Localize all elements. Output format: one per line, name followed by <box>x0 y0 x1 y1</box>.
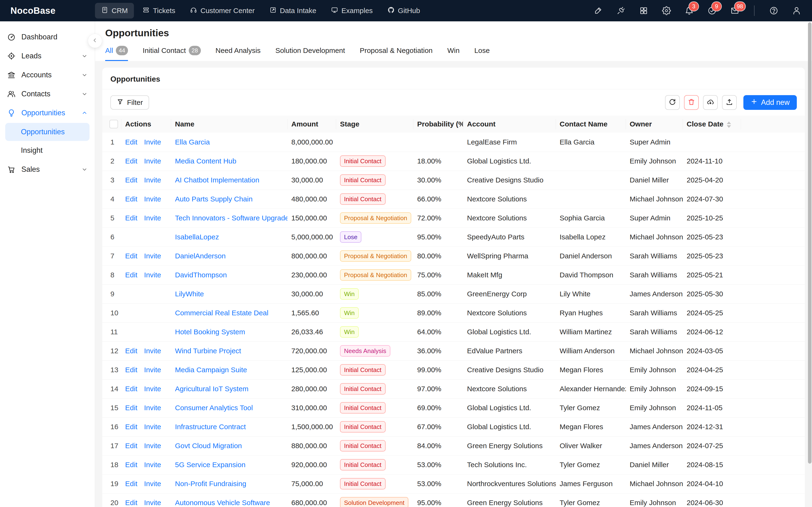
nav-item-github[interactable]: GitHub <box>381 3 426 18</box>
edit-link[interactable]: Edit <box>125 461 138 468</box>
plug-icon-button[interactable] <box>616 6 626 16</box>
pen-icon-button[interactable] <box>593 6 603 16</box>
invite-link[interactable]: Invite <box>144 442 161 450</box>
tab-lose[interactable]: Lose <box>474 46 490 61</box>
scrollbar-thumb[interactable] <box>808 22 812 464</box>
sort-icons[interactable] <box>727 121 731 128</box>
page-header: Opportunities All44Initial Contact28Need… <box>95 21 812 61</box>
help-icon-button[interactable] <box>769 6 779 16</box>
nav-item-tickets[interactable]: Tickets <box>136 3 182 18</box>
edit-link[interactable]: Edit <box>125 195 138 203</box>
sidebar-subitem-insight[interactable]: Insight <box>5 142 90 159</box>
sidebar-item-dashboard[interactable]: Dashboard <box>0 27 95 47</box>
invite-link[interactable]: Invite <box>144 195 161 203</box>
opportunity-link[interactable]: Wind Turbine Project <box>175 347 241 355</box>
opportunity-link[interactable]: Commercial Real Estate Deal <box>175 309 268 317</box>
opportunity-link[interactable]: Ella Garcia <box>175 138 210 146</box>
tab-all[interactable]: All44 <box>105 46 128 61</box>
sidebar-subitem-opportunities[interactable]: Opportunities <box>5 123 90 141</box>
opportunity-link[interactable]: Tech Innovators - Software Upgrade <box>175 214 288 222</box>
invite-link[interactable]: Invite <box>144 499 161 507</box>
invite-link[interactable]: Invite <box>144 423 161 431</box>
header-close-date[interactable]: Close Date <box>683 116 741 133</box>
opportunity-link[interactable]: AI Chatbot Implementation <box>175 176 259 184</box>
edit-link[interactable]: Edit <box>125 404 138 412</box>
import-button[interactable] <box>703 95 718 110</box>
opportunity-link[interactable]: 5G Service Expansion <box>175 461 246 468</box>
edit-link[interactable]: Edit <box>125 442 138 450</box>
opportunity-link[interactable]: Media Campaign Suite <box>175 366 247 374</box>
opportunity-link[interactable]: DavidThompson <box>175 271 227 279</box>
opportunity-link[interactable]: Autonomous Vehicle Software <box>175 499 270 507</box>
edit-link[interactable]: Edit <box>125 138 138 146</box>
sidebar-collapse-button[interactable] <box>88 34 102 48</box>
sidebar-item-leads[interactable]: Leads <box>0 47 95 65</box>
invite-link[interactable]: Invite <box>144 480 161 488</box>
opportunity-link[interactable]: LilyWhite <box>175 290 204 298</box>
export-button[interactable] <box>722 95 737 110</box>
invite-link[interactable]: Invite <box>144 461 161 468</box>
sidebar-item-opportunities[interactable]: Opportunities <box>0 103 95 122</box>
opportunity-link[interactable]: Non-Profit Fundraising <box>175 480 246 488</box>
edit-link[interactable]: Edit <box>125 366 138 374</box>
tab-win[interactable]: Win <box>447 46 460 61</box>
opportunity-link[interactable]: Hotel Booking System <box>175 328 245 336</box>
opportunity-link[interactable]: Infrastructure Contract <box>175 423 246 431</box>
cell-stage: Win <box>336 323 413 341</box>
check-circle-icon-button[interactable]: 9 <box>707 6 717 16</box>
invite-link[interactable]: Invite <box>144 176 161 184</box>
bell-icon-button[interactable]: 3 <box>684 6 694 16</box>
cell-account: Creative Designs Studio <box>463 360 556 379</box>
sidebar-item-accounts[interactable]: Accounts <box>0 65 95 84</box>
edit-link[interactable]: Edit <box>125 499 138 507</box>
tab-solution-development[interactable]: Solution Development <box>275 46 345 61</box>
user-icon-button[interactable] <box>792 6 802 16</box>
invite-link[interactable]: Invite <box>144 271 161 279</box>
cell-owner: Daniel Miller <box>626 171 683 189</box>
edit-link[interactable]: Edit <box>125 271 138 279</box>
edit-link[interactable]: Edit <box>125 157 138 165</box>
invite-link[interactable]: Invite <box>144 138 161 146</box>
edit-link[interactable]: Edit <box>125 347 138 355</box>
edit-link[interactable]: Edit <box>125 252 138 260</box>
opportunity-link[interactable]: Consumer Analytics Tool <box>175 404 253 412</box>
sidebar-item-sales[interactable]: Sales <box>0 160 95 179</box>
invite-link[interactable]: Invite <box>144 214 161 222</box>
edit-link[interactable]: Edit <box>125 214 138 222</box>
sidebar-item-contacts[interactable]: Contacts <box>0 84 95 103</box>
cell-probability: 72.00% <box>413 209 463 228</box>
opportunity-link[interactable]: Agricultural IoT System <box>175 385 249 393</box>
invite-link[interactable]: Invite <box>144 347 161 355</box>
table-header: ActionsNameAmountStageProbability (%)Acc… <box>102 116 805 133</box>
mail-icon-button[interactable]: 98 <box>730 6 740 16</box>
invite-link[interactable]: Invite <box>144 385 161 393</box>
opportunity-link[interactable]: IsabellaLopez <box>175 233 219 241</box>
invite-link[interactable]: Invite <box>144 404 161 412</box>
tab-need-analysis[interactable]: Need Analysis <box>216 46 261 61</box>
invite-link[interactable]: Invite <box>144 366 161 374</box>
tab-proposal-negotiation[interactable]: Proposal & Negotiation <box>360 46 433 61</box>
gear-icon-button[interactable] <box>661 6 671 16</box>
nav-item-crm[interactable]: CRM <box>95 3 134 18</box>
select-all-checkbox[interactable] <box>109 120 118 128</box>
invite-link[interactable]: Invite <box>144 157 161 165</box>
opportunity-link[interactable]: Govt Cloud Migration <box>175 442 242 450</box>
grid-icon-button[interactable] <box>639 6 649 16</box>
nav-item-customer-center[interactable]: Customer Center <box>184 3 261 18</box>
delete-button[interactable] <box>684 95 699 110</box>
refresh-button[interactable] <box>665 95 680 110</box>
edit-link[interactable]: Edit <box>125 176 138 184</box>
nav-item-data-intake[interactable]: Data Intake <box>263 3 322 18</box>
invite-link[interactable]: Invite <box>144 252 161 260</box>
add-new-button[interactable]: Add new <box>744 95 797 110</box>
edit-link[interactable]: Edit <box>125 385 138 393</box>
opportunity-link[interactable]: Media Content Hub <box>175 157 237 165</box>
opportunity-link[interactable]: DanielAnderson <box>175 252 225 260</box>
edit-link[interactable]: Edit <box>125 423 138 431</box>
filter-button[interactable]: Filter <box>110 95 149 110</box>
cell-account: Global Logistics Ltd. <box>463 417 556 436</box>
tab-initial-contact[interactable]: Initial Contact28 <box>143 46 201 61</box>
edit-link[interactable]: Edit <box>125 480 138 488</box>
nav-item-examples[interactable]: Examples <box>325 3 379 18</box>
opportunity-link[interactable]: Auto Parts Supply Chain <box>175 195 253 203</box>
